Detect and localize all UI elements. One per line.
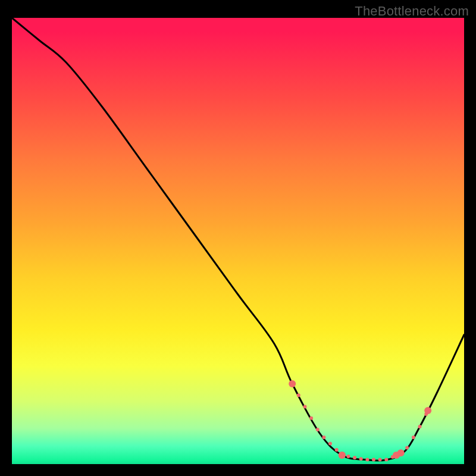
bottleneck-curve bbox=[12, 18, 464, 461]
curve-layer bbox=[12, 18, 464, 464]
highlight-dot bbox=[412, 436, 415, 439]
highlight-dot bbox=[290, 382, 294, 386]
highlight-dot bbox=[378, 458, 382, 462]
highlight-dot bbox=[405, 446, 409, 450]
highlight-dot bbox=[424, 412, 428, 416]
highlight-dot bbox=[391, 455, 394, 459]
highlight-dot bbox=[303, 405, 307, 409]
highlight-dot bbox=[353, 456, 356, 459]
watermark-text: TheBottleneck.com bbox=[355, 4, 469, 19]
highlight-dot bbox=[335, 448, 339, 452]
highlight-dot bbox=[322, 436, 325, 439]
highlight-dot bbox=[309, 416, 313, 420]
chart-root: TheBottleneck.com bbox=[0, 0, 476, 476]
highlight-dot bbox=[418, 425, 422, 428]
highlight-dot bbox=[340, 453, 344, 457]
highlight-dot bbox=[372, 458, 375, 462]
highlight-dot bbox=[316, 428, 320, 431]
plot-area bbox=[12, 18, 464, 464]
highlight-dot bbox=[297, 393, 300, 397]
highlight-dot bbox=[384, 458, 388, 462]
highlight-dot bbox=[399, 451, 403, 455]
highlight-segments bbox=[289, 380, 431, 462]
highlight-dot bbox=[365, 458, 369, 462]
highlight-dot bbox=[359, 457, 363, 461]
highlight-dot bbox=[346, 455, 350, 458]
highlight-dot bbox=[328, 442, 332, 446]
